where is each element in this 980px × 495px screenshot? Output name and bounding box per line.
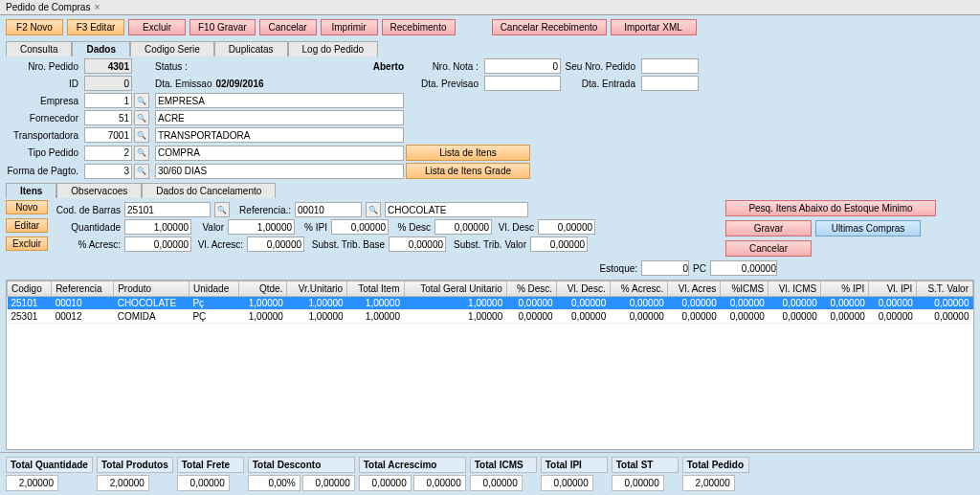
pagto-nome-field[interactable] <box>155 164 404 179</box>
vlacresc-field[interactable] <box>247 236 304 252</box>
tab-duplicatas[interactable]: Duplicatas <box>214 41 288 56</box>
ref-field[interactable] <box>295 202 362 217</box>
grid-header-14[interactable]: % IPI <box>821 281 869 297</box>
tipo-lookup-icon[interactable]: 🔍 <box>134 146 149 161</box>
ipi-label: % IPI <box>299 222 327 233</box>
tab-dados[interactable]: Dados <box>72 41 130 56</box>
ipi-field[interactable] <box>331 219 389 235</box>
cancelar-button[interactable]: Cancelar <box>259 19 317 35</box>
estoque-qtd-field[interactable] <box>641 260 689 276</box>
grid-header-11[interactable]: Vl. Acres <box>668 281 721 297</box>
grid-row[interactable]: 2510100010CHOCOLATEPç1,000001,000001,000… <box>8 297 973 310</box>
grid-header-10[interactable]: % Acresc. <box>610 281 668 297</box>
grid-header-6[interactable]: Total Item <box>347 281 404 297</box>
tab-observacoes[interactable]: Observacoes <box>56 183 142 198</box>
lista-itens-button[interactable]: Lista de Itens <box>406 145 530 161</box>
tab-log[interactable]: Log do Pedido <box>288 41 379 56</box>
tab-cancelamento[interactable]: Dados do Cancelamento <box>142 183 276 198</box>
pesq-estoque-button[interactable]: Pesq. Itens Abaixo do Estoque Minimo <box>725 200 936 216</box>
editar-button[interactable]: F3 Editar <box>67 19 124 35</box>
tipo-cod-field[interactable] <box>84 146 132 161</box>
transp-cod-field[interactable] <box>84 127 132 143</box>
grid-cell: 0,00000 <box>821 310 869 324</box>
estoque-val-field[interactable] <box>710 260 777 276</box>
seu-nro-field[interactable] <box>641 58 699 74</box>
novo-button[interactable]: F2 Novo <box>6 19 63 35</box>
item-novo-button[interactable]: Novo <box>6 200 48 214</box>
tab-codigo-serie[interactable]: Codigo Serie <box>130 41 214 56</box>
fornecedor-cod-field[interactable] <box>84 110 132 125</box>
grid-header-8[interactable]: % Desc. <box>506 281 556 297</box>
stb-field[interactable] <box>389 236 446 252</box>
pagto-cod-field[interactable] <box>84 164 132 179</box>
pagto-lookup-icon[interactable]: 🔍 <box>134 164 149 179</box>
grid-cell: 0,00000 <box>668 297 721 310</box>
tipo-nome-field[interactable] <box>155 146 404 161</box>
cod-barras-field[interactable] <box>124 202 211 217</box>
grid-header-1[interactable]: Referencia <box>52 281 114 297</box>
desc-field[interactable] <box>434 219 492 235</box>
dta-ent-field[interactable] <box>641 76 699 91</box>
prod-nome-field[interactable] <box>385 202 528 217</box>
empresa-lookup-icon[interactable]: 🔍 <box>134 93 149 108</box>
ref-lookup-icon[interactable]: 🔍 <box>366 202 381 217</box>
lista-itens-grade-button[interactable]: Lista de Itens Grade <box>406 163 530 179</box>
nro-nota-field[interactable] <box>484 58 561 74</box>
item-excluir-button[interactable]: Excluir <box>6 236 48 251</box>
status-value: Aberto <box>191 61 404 72</box>
grid-cell: 0,00000 <box>610 310 668 324</box>
qtd-field[interactable] <box>124 219 191 235</box>
grid-cell: 0,00000 <box>917 297 973 310</box>
stv-field[interactable] <box>530 236 588 252</box>
grid-cell: 0,00000 <box>557 297 611 310</box>
grid-header-3[interactable]: Unidade <box>189 281 238 297</box>
grid-header-13[interactable]: Vl. ICMS <box>768 281 821 297</box>
fornecedor-lookup-icon[interactable]: 🔍 <box>134 110 149 125</box>
grid-header-2[interactable]: Produto <box>114 281 189 297</box>
grid-header-9[interactable]: Vl. Desc. <box>557 281 611 297</box>
total-value: 0,00000 <box>612 475 664 491</box>
grid-cell: 00010 <box>52 297 114 310</box>
tab-consulta[interactable]: Consulta <box>6 41 72 56</box>
valor-field[interactable] <box>228 219 295 235</box>
recebimento-button[interactable]: Recebimento <box>382 19 456 35</box>
acresc-field[interactable] <box>124 236 191 252</box>
dta-prev-field[interactable] <box>484 76 561 91</box>
transp-nome-field[interactable] <box>155 127 404 143</box>
total-value: 0,00000 <box>541 475 593 491</box>
total-value: 2,00000 <box>97 475 149 491</box>
total-value: 0,00000 <box>470 475 523 491</box>
close-icon[interactable]: × <box>94 2 100 12</box>
fornecedor-nome-field[interactable] <box>155 110 404 125</box>
ultimas-compras-button[interactable]: Ultimas Compras <box>815 220 921 236</box>
grid-header-7[interactable]: Total Geral Unitario <box>404 281 506 297</box>
total-label: Total Pedido <box>682 457 749 473</box>
empresa-cod-field[interactable] <box>84 93 132 108</box>
id-field[interactable] <box>84 76 132 91</box>
nro-pedido-field[interactable] <box>84 58 132 74</box>
item-cancelar-button[interactable]: Cancelar <box>725 240 812 257</box>
gravar-button[interactable]: F10 Gravar <box>189 19 256 35</box>
tab-itens[interactable]: Itens <box>6 183 56 198</box>
grid-header-4[interactable]: Qtde. <box>239 281 287 297</box>
grid-header-5[interactable]: Vr.Unitario <box>287 281 347 297</box>
tipo-label: Tipo Pedido <box>6 147 82 158</box>
grid-header-0[interactable]: Codigo <box>8 281 52 297</box>
grid-header-15[interactable]: Vl. IPI <box>869 281 917 297</box>
main-toolbar: F2 Novo F3 Editar Excluir F10 Gravar Can… <box>0 15 980 39</box>
cod-barras-lookup-icon[interactable]: 🔍 <box>214 202 230 217</box>
grid-header-12[interactable]: %ICMS <box>721 281 768 297</box>
imprimir-button[interactable]: Imprimir <box>321 19 378 35</box>
importar-xml-button[interactable]: Importar XML <box>611 19 697 35</box>
transp-lookup-icon[interactable]: 🔍 <box>134 127 149 143</box>
vldesc-field[interactable] <box>538 219 595 235</box>
grid-cell: 0,00000 <box>869 310 917 324</box>
cancelar-recebimento-button[interactable]: Cancelar Recebimento <box>492 19 607 35</box>
excluir-button[interactable]: Excluir <box>128 19 186 35</box>
items-grid[interactable]: CodigoReferenciaProdutoUnidadeQtde.Vr.Un… <box>6 280 974 450</box>
grid-header-16[interactable]: S.T. Valor <box>917 281 973 297</box>
item-gravar-button[interactable]: Gravar <box>725 220 812 236</box>
empresa-nome-field[interactable] <box>155 93 404 108</box>
grid-row[interactable]: 2530100012COMIDAPÇ1,000001,000001,000001… <box>8 310 973 324</box>
item-editar-button[interactable]: Editar <box>6 218 48 233</box>
